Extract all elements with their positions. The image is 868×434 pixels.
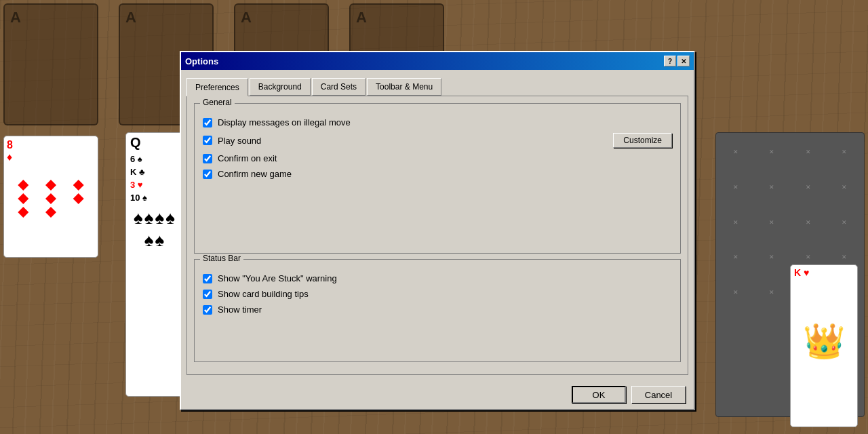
checkbox-card-building-tips[interactable] xyxy=(203,290,212,299)
label-card-building-tips: Show card building tips xyxy=(218,289,309,299)
checkbox-you-are-stuck[interactable] xyxy=(203,274,212,283)
checkbox-confirm-new-game[interactable] xyxy=(203,170,212,179)
dialog-footer: OK Cancel xyxy=(181,380,694,409)
dialog-titlebar: Options ? ✕ xyxy=(181,52,694,70)
checkbox-confirm-exit[interactable] xyxy=(203,154,212,163)
dialog-title: Options xyxy=(185,56,218,66)
titlebar-buttons: ? ✕ xyxy=(664,56,690,66)
checkbox-row-confirm-new-game: Confirm new game xyxy=(203,169,672,179)
tabs: Preferences Background Card Sets Toolbar… xyxy=(186,75,688,96)
tab-background[interactable]: Background xyxy=(250,78,311,96)
label-illegal-move: Display messages on illegal move xyxy=(218,117,351,127)
label-play-sound: Play sound xyxy=(218,136,261,146)
label-show-timer: Show timer xyxy=(218,304,262,315)
status-bar-section: Status Bar Show "You Are Stuck" warning … xyxy=(194,259,681,362)
checkbox-illegal-move[interactable] xyxy=(203,118,212,127)
customize-button[interactable]: Customize xyxy=(613,133,672,148)
tab-toolbar-menu[interactable]: Toolbar & Menu xyxy=(367,78,441,96)
close-button[interactable]: ✕ xyxy=(677,56,690,66)
tab-card-sets[interactable]: Card Sets xyxy=(312,78,366,96)
checkbox-row-you-are-stuck: Show "You Are Stuck" warning xyxy=(203,273,672,283)
dialog-body: Preferences Background Card Sets Toolbar… xyxy=(181,70,694,380)
dialog-overlay: Options ? ✕ Preferences Background Card … xyxy=(0,0,868,434)
tab-preferences[interactable]: Preferences xyxy=(186,78,248,96)
checkbox-row-illegal-move: Display messages on illegal move xyxy=(203,117,672,127)
checkbox-row-play-sound: Play sound Customize xyxy=(203,133,672,148)
ok-button[interactable]: OK xyxy=(572,386,626,403)
label-confirm-new-game: Confirm new game xyxy=(218,169,292,179)
label-confirm-exit: Confirm on exit xyxy=(218,153,277,163)
checkbox-row-card-building-tips: Show card building tips xyxy=(203,289,672,299)
help-button[interactable]: ? xyxy=(664,56,676,66)
status-bar-section-label: Status Bar xyxy=(200,254,243,263)
checkbox-show-timer[interactable] xyxy=(203,305,212,315)
cancel-button[interactable]: Cancel xyxy=(631,386,686,403)
options-dialog: Options ? ✕ Preferences Background Card … xyxy=(180,51,695,410)
tab-content: General Display messages on illegal move… xyxy=(186,96,688,375)
label-you-are-stuck: Show "You Are Stuck" warning xyxy=(218,273,337,283)
general-section: General Display messages on illegal move… xyxy=(194,103,681,254)
checkbox-row-show-timer: Show timer xyxy=(203,304,672,315)
general-section-label: General xyxy=(200,98,235,107)
general-section-content: Display messages on illegal move Play so… xyxy=(203,109,672,245)
checkbox-play-sound[interactable] xyxy=(203,136,212,145)
status-bar-section-content: Show "You Are Stuck" warning Show card b… xyxy=(203,265,672,353)
checkbox-row-confirm-exit: Confirm on exit xyxy=(203,153,672,163)
